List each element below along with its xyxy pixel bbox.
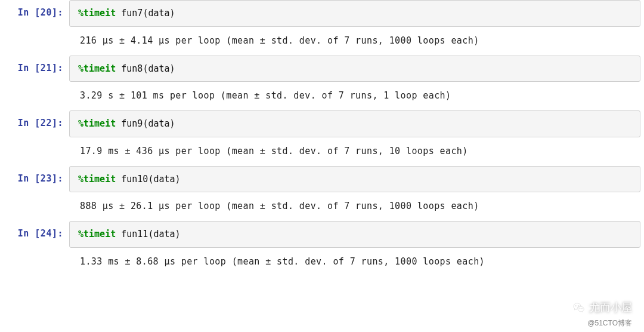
magic-command: %timeit: [78, 229, 116, 239]
magic-command: %timeit: [78, 63, 116, 74]
output-row: 216 µs ± 4.14 µs per loop (mean ± std. d…: [0, 27, 644, 56]
watermark-name: 尤而小屋: [572, 301, 632, 315]
output-text: 888 µs ± 26.1 µs per loop (mean ± std. d…: [69, 192, 644, 221]
magic-command: %timeit: [78, 8, 116, 19]
code-input[interactable]: %timeit fun7(data): [69, 0, 640, 27]
input-row: In [20]: %timeit fun7(data): [0, 0, 644, 27]
func-name: fun9: [121, 118, 143, 129]
code-input[interactable]: %timeit fun9(data): [69, 110, 640, 137]
arg-name: data: [148, 8, 169, 19]
watermark-text: 尤而小屋: [589, 301, 632, 315]
paren-close: ): [175, 174, 181, 185]
input-row: In [24]: %timeit fun11(data): [0, 221, 644, 248]
arg-name: data: [148, 63, 169, 74]
paren-close: ): [170, 8, 175, 19]
func-name: fun10: [121, 174, 148, 185]
input-prompt: In [22]:: [0, 110, 69, 137]
paren-close: ): [175, 229, 181, 239]
paren-close: ): [170, 118, 175, 129]
code-input[interactable]: %timeit fun8(data): [69, 56, 640, 82]
arg-name: data: [153, 229, 175, 239]
arg-name: data: [153, 174, 175, 185]
output-row: 888 µs ± 26.1 µs per loop (mean ± std. d…: [0, 192, 644, 221]
cell-22: In [22]: %timeit fun9(data) 17.9 ms ± 43…: [0, 110, 644, 166]
magic-command: %timeit: [78, 118, 116, 129]
watermark: 尤而小屋 @51CTO博客: [572, 301, 632, 328]
code-input[interactable]: %timeit fun11(data): [69, 221, 640, 248]
paren-close: ): [170, 63, 175, 74]
input-prompt: In [20]:: [0, 0, 69, 27]
watermark-sub: @51CTO博客: [572, 319, 632, 328]
func-name: fun11: [121, 229, 148, 239]
output-text: 1.33 ms ± 8.68 µs per loop (mean ± std. …: [69, 248, 644, 276]
output-row: 3.29 s ± 101 ms per loop (mean ± std. de…: [0, 82, 644, 110]
input-row: In [21]: %timeit fun8(data): [0, 56, 644, 82]
output-row: 1.33 ms ± 8.68 µs per loop (mean ± std. …: [0, 248, 644, 276]
notebook-cells: In [20]: %timeit fun7(data) 216 µs ± 4.1…: [0, 0, 644, 276]
input-prompt: In [23]:: [0, 166, 69, 193]
func-name: fun8: [121, 63, 143, 74]
cell-20: In [20]: %timeit fun7(data) 216 µs ± 4.1…: [0, 0, 644, 56]
wechat-icon: [572, 302, 586, 315]
output-text: 216 µs ± 4.14 µs per loop (mean ± std. d…: [69, 27, 644, 56]
input-prompt: In [21]:: [0, 56, 69, 82]
code-input[interactable]: %timeit fun10(data): [69, 166, 640, 193]
output-text: 3.29 s ± 101 ms per loop (mean ± std. de…: [69, 82, 644, 110]
cell-21: In [21]: %timeit fun8(data) 3.29 s ± 101…: [0, 56, 644, 111]
cell-24: In [24]: %timeit fun11(data) 1.33 ms ± 8…: [0, 221, 644, 276]
input-row: In [22]: %timeit fun9(data): [0, 110, 644, 137]
arg-name: data: [148, 118, 169, 129]
input-row: In [23]: %timeit fun10(data): [0, 166, 644, 193]
output-text: 17.9 ms ± 436 µs per loop (mean ± std. d…: [69, 137, 644, 166]
input-prompt: In [24]:: [0, 221, 69, 248]
output-row: 17.9 ms ± 436 µs per loop (mean ± std. d…: [0, 137, 644, 166]
cell-23: In [23]: %timeit fun10(data) 888 µs ± 26…: [0, 166, 644, 222]
func-name: fun7: [121, 8, 143, 19]
magic-command: %timeit: [78, 174, 116, 185]
